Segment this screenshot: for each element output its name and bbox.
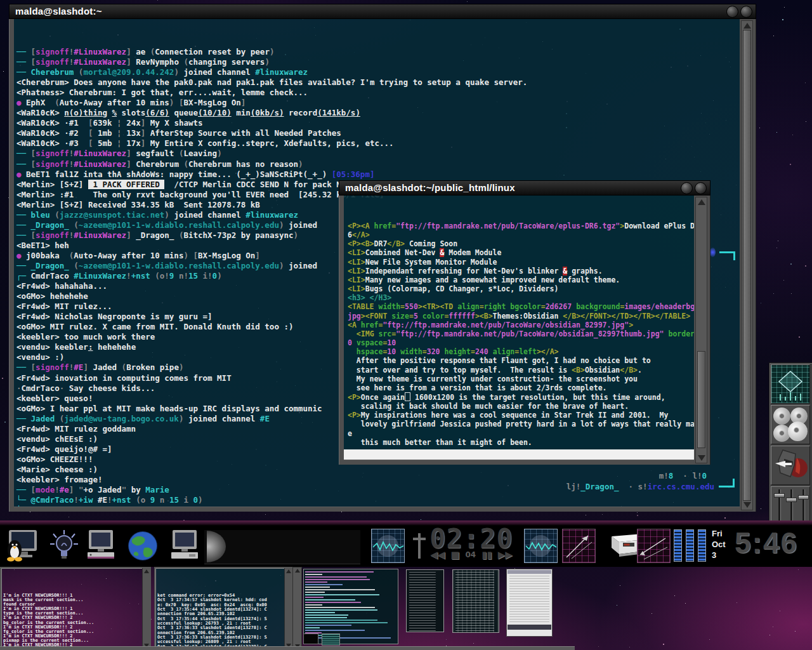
scrollbar[interactable]	[284, 568, 292, 649]
editor-content[interactable]: <P><A href="ftp://ftp.mandrake.net/pub/T…	[344, 196, 694, 460]
cd-prev-button[interactable]: ◀◀	[430, 550, 445, 560]
wireframe-radar-monitor[interactable]	[562, 529, 596, 563]
term-line: <TABLE width=550><TR><TD align=right bgc…	[348, 302, 694, 311]
meter-bar	[686, 529, 694, 562]
scroll-up-icon[interactable]	[698, 199, 705, 205]
knight-helmet-tile[interactable]	[771, 446, 810, 485]
term-line: <P>Once again 1600x1200 is the target re…	[348, 392, 694, 402]
window-iconify-button[interactable]	[681, 182, 693, 194]
editor-terminal-window[interactable]: malda@slashdot:~/public_html/linux <P><A…	[339, 180, 710, 465]
pager-mini-window[interactable]	[303, 633, 318, 644]
calendar-widget: Fri Oct 3	[712, 528, 726, 560]
titlebar-buttons	[681, 182, 707, 194]
term-line: <WaR10cK> ·#3 [ 5mb ¦ 17x] My Entire X c…	[16, 138, 740, 149]
cd-elapsed-time: 02:20	[421, 526, 521, 552]
window-frame-left	[339, 196, 344, 465]
linux-penguin-icon[interactable]	[5, 529, 39, 563]
terminal-log: I'm in CTXT NEWCURSOR!!! 1mask is the cu…	[1, 592, 150, 650]
clock-widget: 5:46	[735, 527, 798, 559]
vim-statusline: e.shtml 93,14	[344, 449, 694, 460]
scroll-marker-icon	[719, 251, 735, 260]
meter-bar	[698, 529, 706, 562]
term-line: <LI>Bugs (Colormap, CD Changer, s*Loc, D…	[348, 284, 694, 293]
cd-controls: ◀◀■04▮▮▶▶	[421, 550, 521, 560]
pager-mini-window[interactable]	[406, 569, 444, 632]
window-frame-right	[740, 19, 756, 512]
mini-terminal-window[interactable]: I'm in CTXT NEWCURSOR!!! 1mask is the cu…	[0, 567, 151, 650]
term-line: ── [signoff!#LinuxWarez] ae (Connection …	[16, 47, 740, 57]
term-line: see here is from a version that is about…	[348, 383, 694, 392]
mini-titlebar	[508, 570, 551, 574]
mini-terminal-window[interactable]: ket command error: error=0x54Oct 3 17:34…	[154, 567, 293, 650]
workstation-icon[interactable]	[84, 529, 118, 563]
term-line: <LI>New File System Monitor Module	[348, 258, 694, 267]
weekday: Fri	[712, 528, 726, 539]
mixer-sliders-tile[interactable]	[771, 486, 810, 526]
day: 3	[712, 550, 726, 560]
scroll-down-icon[interactable]	[698, 455, 705, 461]
scrollbar[interactable]	[142, 568, 150, 649]
oscilloscope-monitor[interactable]	[524, 529, 558, 563]
irc-status-lag: m!8 · l!0	[659, 471, 707, 481]
mini-content	[509, 576, 549, 622]
term-line: <WaR10cK> ·#1 [639k ¦ 24x] My X shawts	[16, 118, 740, 128]
term-line: ● BeET1 fal1Z inta thA shAdoWs: nappy ti…	[16, 169, 740, 180]
workstation-icon[interactable]	[167, 529, 202, 563]
launcher-strip	[204, 529, 360, 564]
term-line: After the positive response that Flaunt …	[348, 356, 694, 365]
pager-mini-window[interactable]	[452, 569, 499, 633]
term-line: <Phatness> Cherebrum: I got that, err...…	[16, 88, 740, 98]
window-close-button[interactable]	[695, 182, 707, 194]
oscilloscope-monitor[interactable]	[371, 529, 405, 563]
window-frame-left	[9, 19, 14, 512]
scroll-up-icon[interactable]	[743, 23, 751, 29]
window-frame-bottom	[14, 507, 740, 512]
level-meters	[674, 529, 706, 562]
editor-buffer: <P><A href="ftp://ftp.mandrake.net/pub/T…	[344, 220, 694, 447]
scroll-up-icon[interactable]	[286, 569, 291, 573]
term-line: 6</A>	[348, 230, 694, 239]
window-close-button[interactable]	[740, 6, 752, 18]
titlebar-buttons	[726, 6, 752, 18]
term-line: ── [signoff!#LinuxWarez] segfault (Leavi…	[16, 149, 740, 159]
titlebar[interactable]: malda@slashdot:~/public_html/linux	[339, 180, 710, 196]
pager-mini-window[interactable]	[322, 633, 340, 646]
cd-icon	[773, 408, 790, 425]
cd-player-clock[interactable]: 02:20 ◀◀■04▮▮▶▶	[421, 526, 521, 565]
wharf-dock	[769, 362, 812, 526]
scrollbar[interactable]	[695, 197, 707, 463]
wireframe-radar-monitor[interactable]	[637, 529, 671, 563]
term-line: └─ t!05:46PM · u!2h17m	[16, 505, 740, 507]
pager-mini-window[interactable]	[506, 569, 553, 637]
term-line: <LI>Many new images and a somewhat impro…	[348, 275, 694, 284]
titlebar[interactable]: malda@slashdot:~	[9, 4, 756, 19]
scroll-down-icon[interactable]	[743, 502, 751, 508]
term-line: <A href="ftp://ftp.mandrake.net/pub/Taco…	[348, 321, 694, 329]
term-line: ── [signoff!#LinuxWarez] RevNympho (chan…	[16, 57, 740, 67]
term-line: start over and try to top myself. The re…	[348, 366, 694, 375]
scrollbar[interactable]	[741, 20, 753, 510]
globe-icon[interactable]	[126, 529, 160, 563]
term-line: ── Cherebrum (mortal@209.0.44.242) joine…	[16, 67, 740, 77]
cd-changer-tile[interactable]	[771, 405, 810, 444]
mini-footer	[508, 625, 551, 630]
window-frame-right	[694, 196, 710, 465]
cd-stop-button[interactable]: ■	[450, 550, 459, 560]
window-title: malda@slashdot:~	[15, 6, 102, 17]
window-frame-bottom	[0, 646, 575, 650]
meter-bar	[674, 529, 682, 562]
term-line: <Cherebrum> Does anyone have the pak0.pa…	[16, 77, 740, 88]
scroll-up-icon[interactable]	[295, 569, 300, 573]
cd-pause-button[interactable]: ▮▮	[481, 550, 492, 560]
scrollbar[interactable]	[292, 567, 302, 650]
lightbulb-icon[interactable]	[47, 529, 81, 563]
window-iconify-button[interactable]	[726, 6, 738, 18]
scrollbar-thumb[interactable]	[697, 351, 705, 448]
scrollbar-thumb[interactable]	[743, 30, 751, 501]
system-graph-tile[interactable]	[771, 364, 810, 404]
term-line: lovely girlfriend Jessica pushed pretty …	[348, 420, 694, 428]
half-sphere-icon[interactable]	[207, 531, 226, 562]
scroll-up-icon[interactable]	[144, 569, 149, 573]
cd-next-button[interactable]: ▶▶	[498, 550, 513, 560]
term-line: <P><B>DR7</B> Coming Soon	[348, 239, 694, 248]
